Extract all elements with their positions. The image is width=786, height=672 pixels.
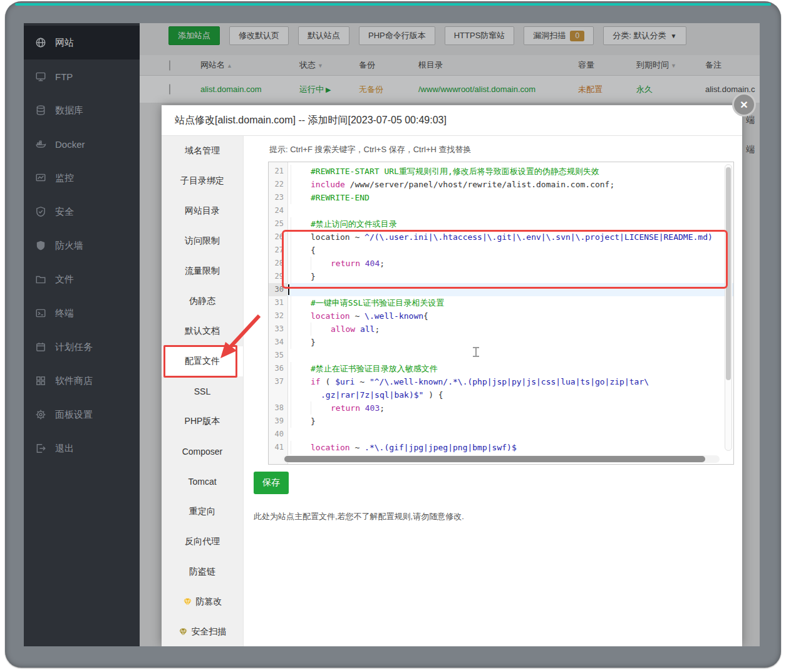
code-text[interactable]: return 404;: [287, 257, 733, 270]
site-settings-modal: ✕ 站点修改[alist.domain.com] -- 添加时间[2023-07…: [162, 105, 742, 646]
modal-tab-label: 防篡改: [196, 596, 222, 607]
modal-title: 站点修改[alist.domain.com] -- 添加时间[2023-07-0…: [162, 105, 742, 136]
code-text[interactable]: }: [287, 270, 733, 283]
code-text[interactable]: {: [287, 244, 733, 257]
modal-tab-label: 流量限制: [185, 266, 220, 277]
code-text[interactable]: #禁止在证书验证目录放入敏感文件: [287, 362, 733, 375]
code-text[interactable]: if ( $uri ~ "^/\.well-known/.*\.(php|jsp…: [287, 375, 733, 388]
indent-guide: [291, 441, 311, 454]
modal-tab-label: 访问限制: [185, 235, 220, 247]
code-text[interactable]: [287, 428, 733, 441]
code-text[interactable]: location ~ .*\.(gif|jpg|jpeg|png|bmp|swf…: [287, 441, 733, 454]
vertical-scrollbar-thumb[interactable]: [726, 167, 731, 380]
line-number: 29: [269, 270, 287, 283]
code-text[interactable]: return 403;: [287, 401, 733, 415]
code-line: 33allow all;: [269, 323, 733, 336]
indent-guide: [291, 336, 311, 349]
modal-tab[interactable]: Composer: [162, 437, 243, 467]
modal-tab[interactable]: 网站目录: [162, 196, 243, 226]
indent-guide: [291, 296, 311, 309]
code-text[interactable]: location ~ \.well-known{: [287, 309, 733, 323]
indent-guide: [311, 257, 331, 270]
line-number: 28: [269, 257, 287, 270]
code-line: 31#一键申请SSL证书验证目录相关设置: [269, 296, 733, 309]
code-line: 21#REWRITE-START URL重写规则引用,修改后将导致面板设置的伪静…: [269, 165, 733, 178]
modal-tab[interactable]: SSL: [162, 376, 243, 406]
code-line: 39}: [269, 415, 733, 428]
code-line: 30: [269, 283, 733, 296]
code-line: 36#禁止在证书验证目录放入敏感文件: [269, 362, 733, 375]
modal-tab[interactable]: Tomcat: [162, 467, 243, 497]
code-line: 40: [269, 428, 733, 441]
code-line: 28return 404;: [269, 257, 733, 270]
config-warning-note: 此处为站点主配置文件,若您不了解配置规则,请勿随意修改.: [254, 511, 464, 522]
modal-tab-label: 伪静态: [189, 296, 215, 307]
code-lines: 21#REWRITE-START URL重写规则引用,修改后将导致面板设置的伪静…: [269, 165, 733, 454]
code-text[interactable]: include /www/server/panel/vhost/rewrite/…: [287, 178, 733, 191]
code-text[interactable]: location ~ ^/(\.user.ini|\.htaccess|\.gi…: [287, 230, 733, 244]
modal-tab[interactable]: 访问限制: [162, 226, 243, 256]
close-icon[interactable]: ✕: [732, 93, 756, 116]
save-button[interactable]: 保存: [254, 472, 289, 494]
modal-tab-label: Tomcat: [188, 477, 216, 487]
indent-guide: [291, 230, 311, 244]
modal-tab[interactable]: 流量限制: [162, 256, 243, 286]
modal-tab-label: 网站目录: [185, 205, 220, 217]
line-number: 37: [269, 375, 287, 388]
code-line: 32location ~ \.well-known{: [269, 309, 733, 323]
gem-icon: [183, 597, 192, 606]
line-number: 35: [269, 349, 287, 362]
code-line: 26location ~ ^/(\.user.ini|\.htaccess|\.…: [269, 230, 733, 244]
code-line: 25#禁止访问的文件或目录: [269, 217, 733, 230]
modal-tab-label: 配置文件: [185, 356, 220, 367]
code-text[interactable]: [287, 349, 733, 362]
indent-guide: [291, 375, 311, 388]
indent-guide: [291, 401, 311, 415]
code-text[interactable]: [287, 204, 733, 217]
code-text[interactable]: allow all;: [287, 323, 733, 336]
modal-tab-label: SSL: [194, 386, 210, 396]
indent-guide: [291, 165, 311, 178]
horizontal-scrollbar[interactable]: [282, 455, 720, 463]
indent-guide: [291, 323, 311, 336]
indent-guide: [291, 388, 311, 401]
line-number: 27: [269, 244, 287, 257]
code-line: 37if ( $uri ~ "^/\.well-known/.*\.(php|j…: [269, 375, 733, 388]
modal-tab-label: 默认文档: [185, 326, 220, 337]
modal-tab-label: 防盗链: [189, 566, 215, 577]
line-number: 22: [269, 178, 287, 191]
line-number: 24: [269, 204, 287, 217]
modal-tab[interactable]: 重定向: [162, 497, 243, 527]
modal-tab[interactable]: 默认文档: [162, 316, 243, 346]
line-number: 25: [269, 217, 287, 230]
line-number: 38: [269, 401, 287, 415]
modal-tab[interactable]: 安全扫描: [162, 617, 243, 646]
modal-tab[interactable]: 伪静态: [162, 286, 243, 316]
code-line: 38return 403;: [269, 401, 733, 415]
code-text[interactable]: }: [287, 336, 733, 349]
modal-tab[interactable]: 子目录绑定: [162, 166, 243, 196]
window-accent-line: [15, 3, 771, 6]
code-text[interactable]: #REWRITE-END: [287, 191, 733, 204]
modal-tab[interactable]: 防盗链: [162, 557, 243, 587]
horizontal-scrollbar-thumb[interactable]: [284, 456, 705, 462]
modal-tab[interactable]: 防篡改: [162, 587, 243, 617]
code-text[interactable]: #一键申请SSL证书验证目录相关设置: [287, 296, 733, 309]
modal-tab[interactable]: 反向代理: [162, 527, 243, 557]
indent-guide: [291, 191, 311, 204]
code-text[interactable]: [287, 283, 733, 296]
code-text[interactable]: #禁止访问的文件或目录: [287, 217, 733, 230]
modal-tab[interactable]: PHP版本: [162, 406, 243, 437]
code-text[interactable]: }: [287, 415, 733, 428]
line-number: 23: [269, 191, 287, 204]
vertical-scrollbar[interactable]: [725, 164, 732, 451]
code-text[interactable]: .gz|rar|7z|sql|bak)$" ) {: [287, 388, 733, 401]
code-line: 34}: [269, 336, 733, 349]
config-code-editor[interactable]: 21#REWRITE-START URL重写规则引用,修改后将导致面板设置的伪静…: [268, 162, 734, 465]
line-number: 40: [269, 428, 287, 441]
indent-guide: [291, 362, 311, 375]
code-text[interactable]: #REWRITE-START URL重写规则引用,修改后将导致面板设置的伪静态规…: [287, 165, 733, 178]
modal-tab[interactable]: 域名管理: [162, 136, 243, 166]
code-line: 24: [269, 204, 733, 217]
modal-tab[interactable]: 配置文件: [162, 346, 243, 376]
